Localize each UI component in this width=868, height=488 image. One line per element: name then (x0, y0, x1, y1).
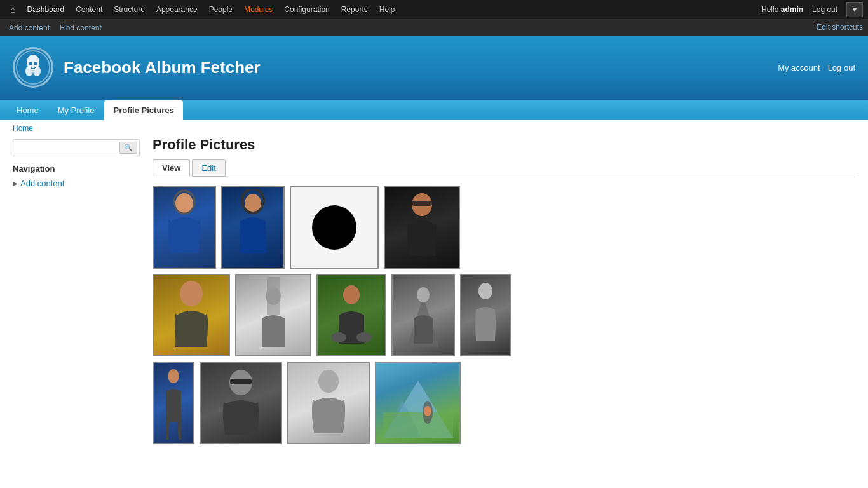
mountain-landscape (383, 368, 453, 438)
person-icon-12 (300, 365, 357, 441)
photo-item-10[interactable] (153, 362, 194, 444)
content-tabs: View Edit (153, 159, 855, 177)
toolbar-structure[interactable]: Structure (109, 3, 150, 17)
breadcrumb-home[interactable]: Home (13, 124, 33, 133)
primary-nav: Home My Profile Profile Pictures (0, 100, 868, 120)
admin-username: admin (781, 5, 803, 14)
person-icon-5 (163, 277, 220, 353)
toolbar-modules[interactable]: Modules (239, 3, 278, 17)
arrow-icon: ▶ (13, 180, 18, 187)
photo-item-3[interactable] (290, 186, 379, 269)
site-title: Facebook Album Fetcher (64, 58, 261, 78)
toolbar-dropdown-button[interactable]: ▼ (846, 2, 863, 17)
find-content-shortcut[interactable]: Find content (56, 24, 105, 32)
navigation-title: Navigation (13, 164, 140, 173)
photo-item-7[interactable] (316, 274, 386, 356)
person-icon-4 (397, 189, 447, 266)
svg-point-17 (356, 332, 372, 342)
hello-text: Hello admin (761, 5, 803, 14)
svg-rect-11 (412, 201, 432, 206)
svg-point-3 (33, 66, 41, 76)
site-logo (13, 47, 53, 88)
svg-point-30 (424, 406, 431, 416)
header-user-links: My account Log out (778, 63, 855, 72)
photo-item-12[interactable] (287, 362, 370, 444)
toolbar-left: ⌂ Dashboard Content Structure Appearance… (5, 2, 400, 17)
sidebar-add-content[interactable]: ▶ Add content (13, 177, 140, 189)
toolbar-dashboard[interactable]: Dashboard (22, 3, 69, 17)
content-area: Profile Pictures View Edit (140, 137, 855, 449)
navigation-block: Navigation ▶ Add content (13, 164, 140, 189)
person-icon-1 (162, 189, 207, 266)
main-layout: 🔍 Navigation ▶ Add content Profile Pictu… (0, 137, 868, 462)
search-button[interactable]: 🔍 (119, 142, 137, 154)
my-account-link[interactable]: My account (778, 63, 820, 72)
person-icon-9 (468, 277, 503, 353)
search-icon: 🔍 (124, 144, 133, 151)
toolbar-configuration[interactable]: Configuration (279, 3, 334, 17)
admin-toolbar: ⌂ Dashboard Content Structure Appearance… (0, 0, 868, 19)
toolbar-reports[interactable]: Reports (336, 3, 373, 17)
photo-item-8[interactable] (391, 274, 455, 356)
toolbar-right: Hello admin Log out ▼ (761, 2, 863, 17)
svg-point-5 (34, 62, 37, 65)
photo-grid-row3 (153, 362, 855, 444)
site-logo-title: Facebook Album Fetcher (13, 47, 261, 88)
person-icon-6 (248, 277, 299, 353)
edit-shortcuts-link[interactable]: Edit shortcuts (817, 23, 863, 32)
photo-item-5[interactable] (153, 274, 230, 356)
search-box: 🔍 (13, 139, 140, 156)
header-logout-link[interactable]: Log out (828, 63, 855, 72)
toolbar-people[interactable]: People (204, 3, 238, 17)
svg-rect-23 (230, 379, 252, 384)
black-circle (312, 205, 356, 250)
tab-separator (153, 177, 855, 177)
shortcuts-bar: Add content Find content Edit shortcuts (0, 19, 868, 36)
druplicon-svg (15, 50, 51, 85)
photo-item-2[interactable] (221, 186, 285, 269)
svg-point-21 (168, 369, 179, 383)
toolbar-content[interactable]: Content (71, 3, 107, 17)
photo-item-6[interactable] (235, 274, 311, 356)
photo-grid-row1 (153, 186, 855, 269)
nav-tab-my-profile[interactable]: My Profile (49, 100, 104, 120)
person-icon-8 (401, 277, 445, 353)
photo-item-4[interactable] (384, 186, 460, 269)
site-header: Facebook Album Fetcher My account Log ou… (0, 36, 868, 100)
person-icon-11 (212, 365, 269, 441)
svg-point-15 (343, 285, 360, 304)
search-input[interactable] (15, 142, 119, 154)
photo-item-9[interactable] (460, 274, 511, 356)
add-content-shortcut[interactable]: Add content (5, 24, 53, 32)
svg-point-24 (318, 370, 339, 393)
svg-point-16 (331, 332, 346, 342)
sidebar: 🔍 Navigation ▶ Add content (13, 137, 140, 449)
photo-item-1[interactable] (153, 186, 216, 269)
photo-grid-row2 (153, 274, 855, 356)
page-title: Profile Pictures (153, 137, 855, 153)
svg-point-2 (25, 66, 33, 76)
tab-edit[interactable]: Edit (192, 159, 225, 177)
photo-item-11[interactable] (200, 362, 282, 444)
nav-tab-home[interactable]: Home (8, 100, 48, 120)
person-icon-2 (231, 189, 275, 266)
toolbar-home-icon[interactable]: ⌂ (5, 2, 20, 17)
svg-point-4 (29, 62, 32, 65)
svg-point-14 (266, 287, 281, 305)
breadcrumb: Home (0, 120, 868, 137)
svg-point-19 (417, 287, 430, 302)
toolbar-appearance[interactable]: Appearance (151, 3, 203, 17)
photo-item-13[interactable] (375, 362, 461, 444)
shortcuts-links: Add content Find content (5, 23, 105, 32)
toolbar-help[interactable]: Help (374, 3, 400, 17)
person-icon-10 (159, 365, 187, 441)
toolbar-logout-button[interactable]: Log out (808, 3, 841, 17)
tab-view[interactable]: View (153, 159, 190, 177)
person-icon-7 (326, 277, 377, 353)
svg-rect-28 (383, 412, 453, 438)
svg-point-20 (478, 283, 492, 299)
svg-point-12 (180, 281, 203, 306)
nav-tab-profile-pictures[interactable]: Profile Pictures (104, 100, 182, 120)
